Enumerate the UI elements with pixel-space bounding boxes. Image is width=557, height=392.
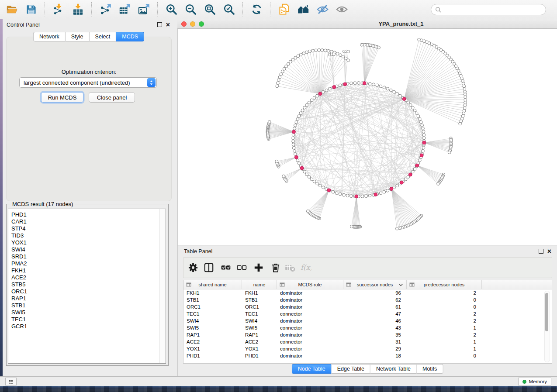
settings-button[interactable]	[187, 262, 199, 274]
copy-network-icon	[278, 3, 291, 16]
mcds-result-item[interactable]: SRD1	[8, 253, 166, 260]
cell: connector	[277, 311, 343, 316]
export-network-icon	[99, 3, 112, 16]
tab-mcds[interactable]: MCDS	[116, 32, 144, 41]
table-row[interactable]: SWI5SWI5connector431	[183, 324, 552, 331]
optimization-criterion-label: Optimization criterion:	[3, 69, 175, 75]
deselect-all-button[interactable]	[235, 262, 248, 274]
export-table-button[interactable]	[115, 1, 134, 18]
neighbors-button[interactable]	[294, 1, 312, 18]
memory-button[interactable]: Memory	[518, 378, 551, 385]
zoom-selected-button[interactable]	[220, 1, 238, 18]
mcds-result-item[interactable]: PHD1	[8, 211, 166, 218]
cell: dominator	[277, 304, 343, 309]
tab-edge-table[interactable]: Edge Table	[332, 364, 370, 374]
optimization-criterion-select[interactable]: largest connected component (undirected)	[19, 77, 157, 88]
export-network-button[interactable]	[96, 1, 114, 18]
window-close-icon[interactable]	[181, 21, 187, 27]
cell: connector	[277, 339, 343, 344]
column-header-predecessor-nodes[interactable]: predecessor nodes	[407, 280, 482, 289]
mcds-result-item[interactable]: SWI4	[8, 246, 166, 253]
run-mcds-button[interactable]: Run MCDS	[41, 92, 83, 103]
table-row[interactable]: ORC1ORC1dominator610	[183, 303, 552, 310]
export-image-button[interactable]	[135, 1, 153, 18]
tab-network-table[interactable]: Network Table	[370, 364, 417, 374]
table-scrollbar[interactable]	[544, 291, 550, 362]
tab-style[interactable]: Style	[66, 32, 90, 41]
mcds-result-item[interactable]: RAP1	[8, 295, 166, 302]
mcds-result-item[interactable]: GCR1	[8, 323, 166, 330]
table-row[interactable]: ACE2ACE2connector311	[183, 338, 552, 345]
zoom-in-button[interactable]	[162, 1, 180, 18]
mcds-result-item[interactable]: CAR1	[8, 218, 166, 225]
table-row[interactable]: FKH1FKH1dominator962	[183, 289, 552, 296]
import-network-button[interactable]	[49, 1, 68, 18]
column-header-name[interactable]: name	[242, 280, 277, 289]
zoom-out-button[interactable]	[181, 1, 200, 18]
search-box[interactable]	[431, 4, 546, 15]
refresh-icon	[250, 3, 263, 16]
search-input[interactable]	[444, 6, 542, 13]
tab-network[interactable]: Network	[33, 32, 66, 41]
zoom-fit-button[interactable]	[201, 1, 219, 18]
float-panel-icon[interactable]	[157, 22, 162, 27]
mcds-result-item[interactable]: TEC1	[8, 316, 166, 323]
close-panel-icon[interactable]: ×	[166, 23, 170, 27]
select-all-button[interactable]	[220, 262, 232, 274]
window-maximize-icon[interactable]	[199, 21, 204, 27]
mcds-result-item[interactable]: TID3	[8, 232, 166, 239]
network-canvas[interactable]	[177, 29, 557, 245]
mcds-result-item[interactable]: SWI5	[8, 309, 166, 316]
mcds-result-item[interactable]: PMA2	[8, 260, 166, 267]
table-scrollbar-thumb[interactable]	[545, 293, 548, 331]
mcds-result-list[interactable]: PHD1CAR1STP4TID3YOX1SWI4SRD1PMA2FKH1ACE2…	[8, 209, 166, 364]
tab-select[interactable]: Select	[90, 32, 117, 41]
function-builder-icon: f(x)	[300, 262, 311, 273]
list-scrollbar[interactable]	[159, 209, 166, 363]
column-label: predecessor nodes	[424, 282, 465, 287]
mcds-result-item[interactable]: ACE2	[8, 274, 166, 281]
network-graph[interactable]	[178, 29, 557, 245]
mcds-result-item[interactable]: YOX1	[8, 239, 166, 246]
add-column-button[interactable]	[253, 262, 265, 274]
window-minimize-icon[interactable]	[190, 21, 195, 27]
cell: 1	[407, 339, 482, 344]
list-icon	[8, 378, 14, 385]
column-header-mcds-role[interactable]: MCDS role	[277, 280, 343, 289]
delete-column-button[interactable]	[270, 262, 282, 274]
cell: 43	[343, 325, 407, 330]
cell: 1	[407, 346, 482, 351]
open-file-button[interactable]	[3, 1, 21, 18]
split-view-button[interactable]	[203, 262, 215, 274]
table-row[interactable]: STB1STB1dominator620	[183, 296, 552, 303]
table-row[interactable]: YOX1YOX1connector291	[183, 345, 552, 352]
mcds-result-item[interactable]: STB5	[8, 281, 166, 288]
close-panel-button[interactable]: Close panel	[89, 92, 135, 103]
column-header-successor-nodes[interactable]: successor nodes	[343, 280, 407, 289]
task-history-button[interactable]	[5, 378, 17, 385]
tab-node-table[interactable]: Node Table	[292, 364, 332, 374]
column-header-shared-name[interactable]: shared name	[183, 280, 242, 289]
table-row[interactable]: SWI4SWI4dominator462	[183, 317, 552, 324]
show-all-button[interactable]	[332, 1, 351, 18]
mcds-result-item[interactable]: STP4	[8, 225, 166, 232]
table-row[interactable]: PHD1PHD1dominator180	[183, 352, 552, 359]
mcds-result-item[interactable]: STB1	[8, 302, 166, 309]
cell: dominator	[277, 353, 343, 358]
refresh-button[interactable]	[247, 1, 266, 18]
node-table: shared namenameMCDS rolesuccessor nodesp…	[183, 280, 552, 364]
cell: TEC1	[242, 311, 277, 316]
mcds-result-item[interactable]: FKH1	[8, 267, 166, 274]
table-panel-tabs: Node TableEdge TableNetwork TableMotifs	[292, 364, 443, 374]
table-row[interactable]: RAP1RAP1dominator352	[183, 331, 552, 338]
float-panel-icon[interactable]	[539, 249, 543, 254]
cell: STB1	[183, 297, 242, 303]
import-table-button[interactable]	[69, 1, 87, 18]
hide-selected-button[interactable]	[313, 1, 332, 18]
tab-motifs[interactable]: Motifs	[417, 364, 443, 374]
copy-network-button[interactable]	[275, 1, 293, 18]
table-row[interactable]: TEC1TEC1connector472	[183, 310, 552, 317]
mcds-result-item[interactable]: ORC1	[8, 288, 166, 295]
close-panel-icon[interactable]: ×	[547, 249, 551, 254]
save-button[interactable]	[22, 1, 40, 18]
